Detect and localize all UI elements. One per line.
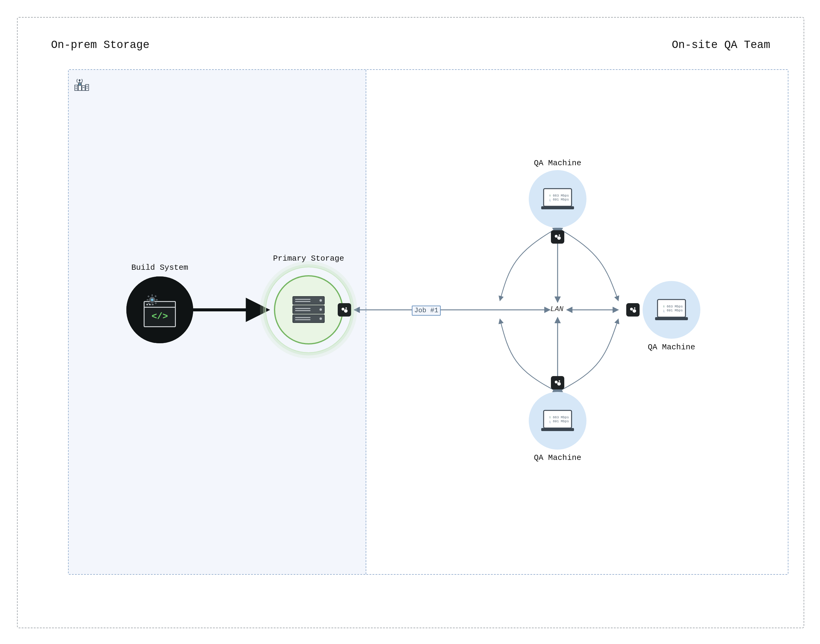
qa-machine-bottom-node: ↑ ↓ ↑ 663 Mbps ↓ 691 Mbps [529, 392, 587, 449]
edge-label-lan: LAN [549, 304, 565, 314]
svg-rect-5 [82, 86, 85, 90]
qa-bottom-down: ↓ 691 Mbps [549, 420, 569, 423]
gear-icon [147, 294, 158, 305]
svg-point-38 [346, 307, 347, 309]
svg-rect-57 [541, 428, 574, 431]
svg-rect-22 [148, 302, 150, 304]
qa-machine-right-node: ↑ ↓ ↑ 663 Mbps ↓ 691 Mbps [643, 281, 700, 339]
qa-top-up: ↑ 663 Mbps [549, 194, 569, 198]
svg-point-52 [634, 307, 636, 309]
svg-rect-21 [155, 295, 157, 297]
build-system-node: </> [126, 276, 193, 343]
svg-rect-19 [156, 299, 158, 301]
primary-storage-circle [274, 275, 343, 345]
svg-rect-4 [79, 84, 81, 85]
svg-point-29 [319, 317, 322, 320]
qa-bottom-up: ↑ 663 Mbps [549, 416, 569, 420]
svg-point-45 [559, 235, 560, 236]
svg-point-53 [555, 380, 558, 383]
svg-rect-40 [541, 206, 574, 209]
svg-point-51 [633, 309, 636, 313]
svg-rect-34 [295, 317, 310, 318]
svg-point-44 [557, 236, 561, 240]
outer-container: On-prem Storage On-site QA Team [17, 17, 804, 628]
svg-rect-20 [147, 295, 149, 297]
primary-storage-label: Primary Storage [263, 254, 354, 263]
qa-right-up: ↑ 663 Mbps [663, 305, 683, 309]
qa-top-label: QA Machine [512, 159, 603, 168]
resilio-agent-icon [551, 230, 564, 244]
qa-right-down: ↓ 691 Mbps [663, 309, 683, 313]
svg-rect-23 [155, 302, 157, 304]
svg-rect-18 [147, 299, 149, 301]
svg-point-50 [630, 308, 633, 310]
qa-bottom-label: QA Machine [512, 453, 603, 462]
qa-right-label: QA Machine [626, 343, 717, 352]
qa-bottom-circle: ↑ ↓ ↑ 663 Mbps ↓ 691 Mbps [529, 392, 587, 449]
svg-rect-16 [152, 294, 153, 296]
svg-rect-17 [152, 304, 153, 305]
svg-point-27 [319, 299, 322, 302]
svg-point-36 [342, 308, 345, 310]
svg-point-55 [559, 380, 560, 382]
svg-rect-2 [75, 85, 78, 90]
svg-rect-31 [295, 301, 310, 302]
svg-rect-47 [655, 317, 688, 320]
qa-machine-top-node: ↑ ↓ ↑ 663 Mbps ↓ 691 Mbps [529, 170, 587, 228]
svg-point-43 [555, 235, 558, 238]
inner-container: </> Build System [68, 69, 788, 575]
primary-storage-node [266, 267, 351, 353]
svg-point-37 [344, 309, 348, 313]
svg-rect-35 [295, 319, 310, 320]
resilio-agent-icon [338, 303, 351, 316]
build-system-label: Build System [114, 263, 205, 272]
section-title-right: On-site QA Team [672, 39, 770, 51]
resilio-agent-icon [626, 303, 639, 316]
resilio-agent-icon [551, 376, 564, 389]
section-title-left: On-prem Storage [51, 39, 149, 51]
svg-rect-32 [295, 308, 310, 309]
edge-label-job1: Job #1 [412, 305, 441, 316]
build-system-circle: </> [126, 276, 193, 343]
svg-point-15 [151, 299, 153, 301]
qa-top-down: ↓ 691 Mbps [549, 198, 569, 202]
svg-rect-6 [86, 84, 89, 90]
svg-point-28 [319, 308, 322, 311]
qa-top-circle: ↑ ↓ ↑ 663 Mbps ↓ 691 Mbps [529, 170, 587, 228]
server-rack-icon [290, 294, 327, 325]
city-antenna-icon [73, 74, 91, 92]
qa-right-circle: ↑ ↓ ↑ 663 Mbps ↓ 691 Mbps [643, 281, 700, 339]
svg-point-54 [557, 382, 561, 386]
svg-rect-33 [295, 310, 310, 311]
svg-point-0 [79, 80, 80, 81]
svg-rect-30 [295, 299, 310, 300]
